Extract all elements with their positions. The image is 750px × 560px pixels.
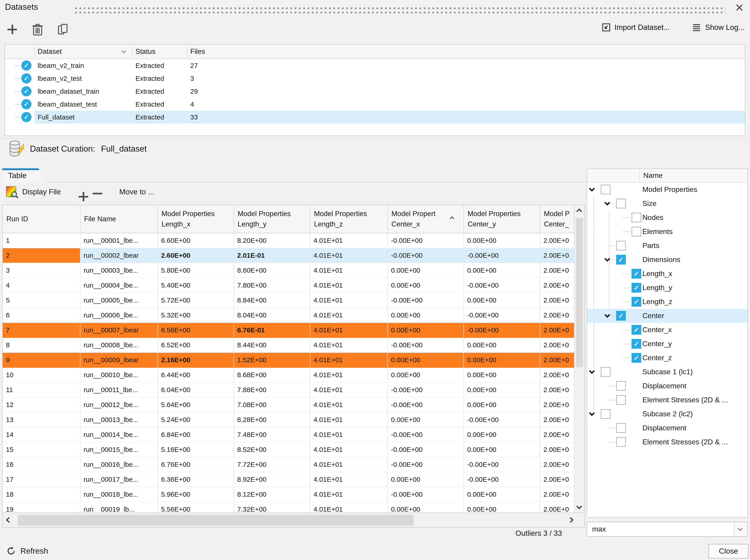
cell-center-z[interactable]: 2.00E+0 [540,368,574,382]
cell-run-id[interactable]: 16 [3,457,80,472]
cell-file-name[interactable]: run__00012_lbe... [80,397,158,412]
cell-length-x[interactable]: 6.36E+00 [158,472,234,487]
tree-item[interactable]: ✓ Dimensions [587,253,748,267]
dataset-row[interactable]: ✓ lbeam_dataset_test Extracted 4 [5,98,745,111]
grid-column-header[interactable]: Model Propert Center_x [388,205,464,233]
cell-center-y[interactable]: 0.00E+00 [464,442,540,457]
cell-length-y[interactable]: 8.20E+00 [234,233,310,248]
cell-run-id[interactable]: 7 [3,323,80,337]
cell-run-id[interactable]: 10 [3,368,80,382]
tree-item[interactable]: ✓ Displacement [587,421,748,435]
cell-length-z[interactable]: 4.01E+01 [310,472,388,487]
table-row[interactable]: 3 run__00003_lbe... 5.80E+00 8.60E+00 4.… [3,263,574,278]
grid-column-header[interactable]: Model Properties Length_y [234,205,310,233]
cell-length-x[interactable]: 5.56E+00 [158,502,234,513]
cell-center-z[interactable]: 2.00E+0 [540,233,574,248]
cell-length-x[interactable]: 6.84E+00 [158,427,234,442]
cell-center-z[interactable]: 2.00E+0 [540,472,574,487]
tree-checkbox[interactable]: ✓ [616,255,626,265]
cell-center-y[interactable]: 0.00E+00 [464,382,540,397]
dropdown-button[interactable] [734,522,747,536]
cell-run-id[interactable]: 2 [3,248,80,263]
cell-center-y[interactable]: 0.00E+00 [464,502,540,513]
cell-center-y[interactable]: 0.00E+00 [464,397,540,412]
tree-checkbox[interactable]: ✓ [632,227,641,236]
copy-dataset-button[interactable] [56,22,70,37]
table-row[interactable]: 15 run__00015_lbe... 5.16E+00 8.52E+00 4… [3,442,574,457]
cell-center-x[interactable]: -0.00E+00 [388,487,464,502]
table-row[interactable]: 11 run__00011_lbe... 6.04E+00 7.88E+00 4… [3,382,574,397]
cell-length-y[interactable]: 8.84E+00 [234,293,310,308]
cell-center-z[interactable]: 2.00E+0 [540,353,574,368]
tree-checkbox[interactable]: ✓ [632,325,641,335]
cell-file-name[interactable]: run__00002_lbear [80,248,158,263]
tree-item[interactable]: ✓ Subcase 1 (lc1) [587,365,748,379]
cell-file-name[interactable]: run__00011_lbe... [80,382,158,397]
cell-length-y[interactable]: 8.28E+00 [234,412,310,427]
cell-center-x[interactable]: 0.00E+00 [388,353,464,368]
cell-run-id[interactable]: 1 [3,233,80,248]
chevron-down-icon[interactable] [589,368,595,374]
cell-center-x[interactable]: -0.00E+00 [388,248,464,263]
cell-length-x[interactable]: 5.64E+00 [158,397,234,412]
grid-column-header[interactable]: Model Properties Center_y [464,205,540,233]
cell-length-y[interactable]: 8.12E+00 [234,487,310,502]
panel-drag-handle[interactable] [75,7,725,15]
cell-center-z[interactable]: 2.00E+0 [540,263,574,278]
table-row[interactable]: 17 run__00017_lbe... 6.36E+00 8.92E+00 4… [3,472,574,487]
table-row[interactable]: 8 run__00008_lbe... 6.52E+00 8.44E+00 4.… [3,337,574,353]
table-row[interactable]: 7 run__00007_lbear 6.56E+00 6.76E-01 4.0… [3,323,574,337]
import-dataset-button[interactable]: Import Dataset... [601,23,670,32]
remove-row-button[interactable] [93,188,102,196]
chevron-down-icon[interactable] [604,200,610,205]
cell-file-name[interactable]: run__00013_lbe... [80,412,158,427]
cell-length-y[interactable]: 8.92E+00 [234,472,310,487]
table-row[interactable]: 6 run__00006_lbe... 5.32E+00 8.04E+00 4.… [3,308,574,323]
close-button[interactable]: Close [709,544,748,558]
cell-center-x[interactable]: -0.00E+00 [388,337,464,353]
horizontal-scrollbar-thumb[interactable] [18,515,414,525]
cell-center-y[interactable]: -0.00E+00 [464,472,540,487]
tree-item[interactable]: ✓ Element Stresses (2D & ... [587,435,748,449]
cell-center-z[interactable]: 2.00E+0 [540,382,574,397]
table-row[interactable]: 16 run__00016_lbe... 6.76E+00 7.72E+00 4… [3,457,574,472]
move-to-button[interactable]: Move to ... [119,188,154,196]
cell-center-y[interactable]: 0.00E+00 [464,293,540,308]
tree-item[interactable]: ✓ Displacement [587,379,748,393]
cell-length-z[interactable]: 4.01E+01 [310,442,388,457]
table-row[interactable]: 2 run__00002_lbear 2.60E+00 2.01E-01 4.0… [3,248,574,263]
column-header-dataset[interactable]: Dataset [38,45,62,59]
grid-column-header[interactable]: Model Properties Length_x [158,205,234,233]
cell-center-z[interactable]: 2.00E+0 [540,412,574,427]
cell-length-y[interactable]: 8.44E+00 [234,337,310,353]
vertical-scrollbar-thumb[interactable] [576,218,583,367]
cell-file-name[interactable]: run__00009_lbear [80,353,158,368]
show-log-button[interactable]: Show Log... [692,23,745,32]
cell-file-name[interactable]: run__00010_lbe... [80,368,158,382]
table-row[interactable]: 12 run__00012_lbe... 5.64E+00 7.08E+00 4… [3,397,574,412]
cell-length-z[interactable]: 4.01E+01 [310,337,388,353]
tree-item[interactable]: ✓ Nodes [587,211,748,225]
chevron-down-icon[interactable] [589,186,595,191]
cell-center-y[interactable]: -0.00E+00 [464,248,540,263]
tree-name-column-header[interactable]: Name [643,171,663,180]
cell-length-z[interactable]: 4.01E+01 [310,278,388,293]
cell-run-id[interactable]: 11 [3,382,80,397]
vertical-scrollbar[interactable] [574,205,585,513]
cell-center-x[interactable]: -0.00E+00 [388,293,464,308]
tab-table[interactable]: Table [2,168,47,182]
table-row[interactable]: 14 run__00014_lbe... 6.84E+00 7.48E+00 4… [3,427,574,442]
cell-file-name[interactable]: run__00006_lbe... [80,308,158,323]
cell-file-name[interactable]: run__00003_lbe... [80,263,158,278]
display-file-button[interactable]: Display File [6,186,61,198]
cell-center-x[interactable]: 0.00E+00 [388,502,464,513]
tree-item[interactable]: ✓ Model Properties [587,183,748,196]
grid-column-header[interactable]: File Name [80,205,158,233]
cell-length-y[interactable]: 6.76E-01 [234,323,310,337]
cell-length-x[interactable]: 5.32E+00 [158,308,234,323]
cell-file-name[interactable]: run__00001_lbe... [80,233,158,248]
cell-center-y[interactable]: 0.00E+00 [464,337,540,353]
refresh-button[interactable]: Refresh [6,546,48,556]
cell-run-id[interactable]: 8 [3,337,80,353]
cell-length-z[interactable]: 4.01E+01 [310,368,388,382]
